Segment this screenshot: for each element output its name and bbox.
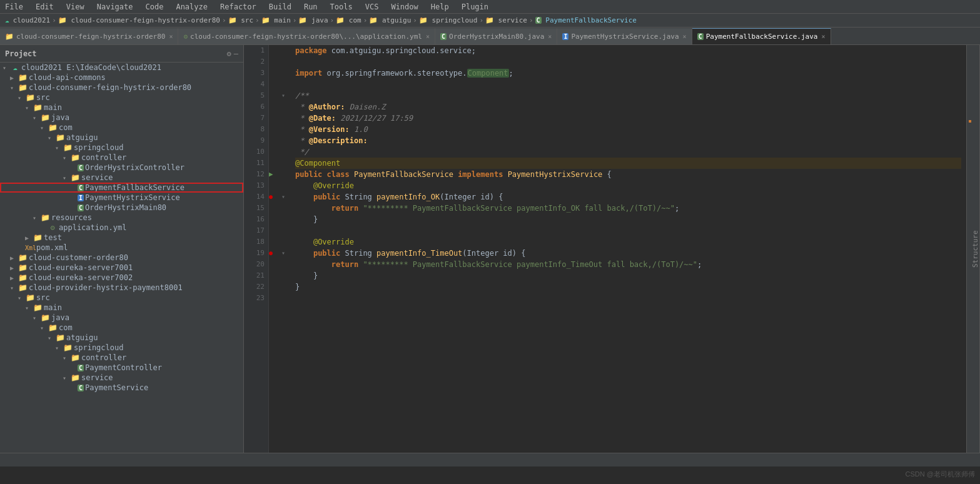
breadcrumb-springcloud[interactable]: 📁 springcloud [419,16,477,24]
gutter-17 [269,225,281,236]
tree-label: atguigu [66,133,98,142]
tree-item-service-folder[interactable]: ▾ 📁 service [0,173,243,183]
line-num-18: 18 [244,236,265,248]
menu-item-navigate[interactable]: Navigate [94,1,136,13]
menu-item-vcs[interactable]: VCS [363,1,381,13]
line-num-19: 19 [244,248,265,259]
tab-close-hystrix-icon[interactable]: × [683,33,687,40]
tree-item-yaml[interactable]: ⚙ application.yml [0,223,243,233]
breadcrumb-service[interactable]: 📁 service [485,16,527,24]
tab-close-fallback-icon[interactable]: × [821,33,825,40]
tree-item-main80[interactable]: C OrderHystrixMain80 [0,203,243,213]
folder-icon: 📁 [48,123,58,132]
tab-close-main80-icon[interactable]: × [548,33,552,40]
fold-18 [281,236,290,248]
menu-item-plugin[interactable]: Plugin [459,1,491,13]
tree-label: resources [51,213,92,222]
menu-item-code[interactable]: Code [143,1,166,13]
tree-label: cloud2021 E:\IdeaCode\cloud2021 [21,63,161,72]
tree-item-payment-service[interactable]: C PaymentService [0,383,243,393]
structure-panel-tab[interactable]: Structure [971,45,980,453]
tree-item-java2[interactable]: ▾ 📁 java [0,313,243,323]
gutter-breakpoint-14[interactable]: ● [269,191,281,203]
tree-item-atguigu2[interactable]: ▾ 📁 atguigu [0,333,243,343]
tree-item-springcloud[interactable]: ▾ 📁 springcloud [0,143,243,153]
tree-item-api-commons[interactable]: ▶ 📁 cloud-api-commons [0,73,243,83]
scrollbar[interactable] [966,45,971,453]
tab-module[interactable]: 📁 cloud-consumer-feign-hystrix-order80 × [0,28,178,44]
breadcrumb-com[interactable]: 📁 com [336,16,361,24]
tree-item-root[interactable]: ▾ ☁ cloud2021 E:\IdeaCode\cloud2021 [0,63,243,73]
sidebar-settings-icon[interactable]: ⚙ [227,49,231,58]
fold-13 [281,180,290,191]
menu-item-file[interactable]: File [3,1,26,13]
tree-item-hystrix-service[interactable]: I PaymentHystrixService [0,193,243,203]
tree-item-fallback-service[interactable]: C PaymentFallbackService [0,183,243,193]
tree-item-eureka7002[interactable]: ▶ 📁 cloud-eureka-server7002 [0,273,243,283]
tree-item-service2[interactable]: ▾ 📁 service [0,373,243,383]
breadcrumb-module[interactable]: 📁 cloud-consumer-feign-hystrix-order80 [58,16,220,24]
tree-item-springcloud2[interactable]: ▾ 📁 springcloud [0,343,243,353]
tree-item-resources[interactable]: ▾ 📁 resources [0,213,243,223]
arrow-icon: ▾ [63,154,70,161]
arrow-icon: ▾ [18,94,25,101]
breadcrumb-atguigu[interactable]: 📁 atguigu [369,16,411,24]
tab-close-yaml-icon[interactable]: × [426,33,430,40]
folder-icon: 📁 [33,303,43,312]
menu-item-analyze[interactable]: Analyze [173,1,210,13]
tree-label: main [44,103,62,112]
menu-bar: File Edit View Navigate Code Analyze Ref… [0,0,980,14]
menu-item-run[interactable]: Run [301,1,320,13]
tab-yaml[interactable]: ⚙ cloud-consumer-feign-hystrix-order80\.… [178,28,435,44]
tab-hystrix-service[interactable]: I PaymentHystrixService.java × [557,28,692,44]
tree-item-customer80[interactable]: ▶ 📁 cloud-customer-order80 [0,253,243,263]
code-content[interactable]: package com.atguigu.springcloud.service;… [290,45,966,453]
tab-close-icon[interactable]: × [169,33,173,40]
fold-5[interactable]: ▾ [281,90,290,101]
tree-item-src2[interactable]: ▾ 📁 src [0,293,243,303]
tab-fallback-service[interactable]: C PaymentFallbackService.java × [692,28,831,44]
breadcrumb-file[interactable]: C PaymentFallbackService [535,16,637,24]
menu-item-view[interactable]: View [64,1,87,13]
tree-item-java[interactable]: ▾ 📁 java [0,113,243,123]
arrow-icon: ▾ [10,84,18,91]
tree-item-hystrix-controller[interactable]: C OrderHystrixController [0,163,243,173]
tree-item-controller[interactable]: ▾ 📁 controller [0,153,243,163]
breadcrumb-src[interactable]: 📁 src [228,16,254,24]
tree-item-com2[interactable]: ▾ 📁 com [0,323,243,333]
breadcrumb-main[interactable]: 📁 main [261,16,291,24]
menu-item-help[interactable]: Help [428,1,452,13]
tree-item-payment8001[interactable]: ▾ 📁 cloud-provider-hystrix-payment8001 [0,283,243,293]
fold-14[interactable]: ▾ [281,191,290,203]
tree-item-eureka7001[interactable]: ▶ 📁 cloud-eureka-server7001 [0,263,243,273]
code-line-13: @Override [295,180,961,191]
fold-21 [281,270,290,281]
tree-item-src[interactable]: ▾ 📁 src [0,93,243,103]
tree-item-atguigu[interactable]: ▾ 📁 atguigu [0,133,243,143]
menu-item-refactor[interactable]: Refactor [218,1,259,13]
tree-item-feign-module[interactable]: ▾ 📁 cloud-consumer-feign-hystrix-order80 [0,83,243,93]
tree-item-pom[interactable]: Xml pom.xml [0,243,243,253]
tree-item-controller2[interactable]: ▾ 📁 controller [0,353,243,363]
tree-item-test[interactable]: ▶ 📁 test [0,233,243,243]
code-editor[interactable]: 1 2 3 4 5 6 7 8 9 10 11 12 13 14 15 16 1… [244,45,971,453]
tree-item-com[interactable]: ▾ 📁 com [0,123,243,133]
menu-item-window[interactable]: Window [388,1,420,13]
watermark: CSDN @老司机张师傅 [906,470,975,479]
tree-item-main[interactable]: ▾ 📁 main [0,103,243,113]
tree-item-main2[interactable]: ▾ 📁 main [0,303,243,313]
menu-item-edit[interactable]: Edit [33,1,56,13]
gutter-breakpoint-19[interactable]: ● [269,248,281,259]
breadcrumb-cloud2021[interactable]: cloud2021 [13,16,51,24]
breadcrumb-java[interactable]: 📁 java [298,16,328,24]
sidebar-collapse-icon[interactable]: — [234,49,238,58]
line-num-21: 21 [244,270,265,281]
tab-yaml-text: cloud-consumer-feign-hystrix-order80\...… [190,33,422,41]
menu-item-tools[interactable]: Tools [328,1,355,13]
fold-19[interactable]: ▾ [281,248,290,259]
gutter-run-icon[interactable]: ▶ [269,169,281,180]
tree-item-payment-controller[interactable]: C PaymentController [0,363,243,373]
tree-label: java [51,113,69,122]
menu-item-build[interactable]: Build [266,1,294,13]
tab-main80[interactable]: C OrderHystrixMain80.java × [435,28,557,44]
